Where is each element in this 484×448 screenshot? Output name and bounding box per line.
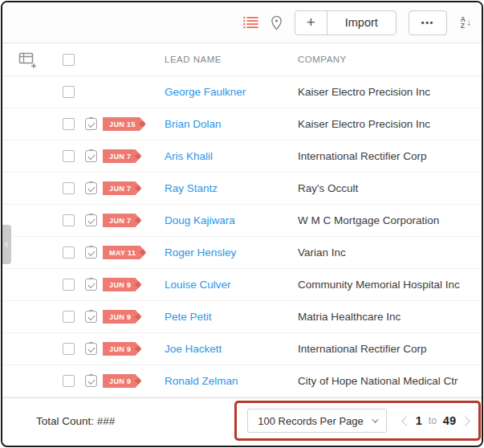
table-row: MAY 11 Roger Hensley Varian Inc	[2, 237, 482, 269]
create-import-button-group: + Import	[295, 10, 397, 35]
chevron-left-icon	[5, 242, 10, 247]
page-range-to-label: to	[429, 415, 437, 426]
lead-name-link[interactable]: Pete Petit	[165, 311, 298, 323]
previous-page-icon[interactable]	[401, 416, 412, 426]
lead-name-link[interactable]: Doug Kajiwara	[165, 214, 298, 226]
import-button[interactable]: Import	[327, 11, 396, 35]
due-date-badge[interactable]: JUN 9	[103, 342, 142, 356]
sidebar-collapse-handle[interactable]	[2, 225, 11, 264]
due-date-badge[interactable]: JUN 7	[103, 214, 142, 227]
pagination: 1 to 49	[403, 414, 469, 427]
due-date-badge[interactable]: JUN 9	[103, 278, 142, 291]
add-column-icon[interactable]	[18, 51, 63, 68]
list-view-icon[interactable]	[243, 16, 258, 29]
row-checkbox[interactable]	[63, 150, 75, 162]
task-check-icon[interactable]	[85, 214, 97, 226]
row-checkbox[interactable]	[63, 375, 75, 387]
task-check-icon[interactable]	[85, 182, 97, 194]
task-check-icon[interactable]	[85, 311, 97, 323]
task-check-icon[interactable]	[85, 118, 97, 130]
row-checkbox[interactable]	[63, 311, 75, 323]
company-cell: City of Hope National Medical Ctr	[298, 375, 482, 387]
due-date-badge[interactable]: MAY 11	[103, 246, 146, 259]
company-cell: Ray's Occult	[298, 182, 482, 194]
due-date-badge[interactable]: JUN 9	[103, 374, 142, 388]
table-row: JUN 9 Joe Hackett International Rectifie…	[2, 333, 482, 365]
table-row: George Faulkner Kaiser Electro Precision…	[2, 76, 482, 108]
records-per-page-dropdown[interactable]: 100 Records Per Page	[247, 409, 387, 433]
lead-list: George Faulkner Kaiser Electro Precision…	[2, 76, 482, 397]
lead-name-link[interactable]: Ronald Zelman	[165, 375, 298, 387]
row-checkbox[interactable]	[63, 343, 75, 355]
table-header: LEAD NAME COMPANY	[2, 43, 482, 76]
company-cell: Kaiser Electro Precision Inc	[298, 86, 482, 98]
add-record-button[interactable]: +	[295, 11, 327, 35]
lead-name-link[interactable]: Brian Dolan	[165, 118, 298, 130]
page-range-start: 1	[416, 414, 422, 427]
lead-name-link[interactable]: George Faulkner	[165, 86, 298, 98]
lead-name-link[interactable]: Aris Khalil	[165, 150, 298, 162]
records-per-page-value: 100 Records Per Page	[258, 415, 364, 427]
chevron-down-icon	[372, 416, 378, 422]
task-check-icon[interactable]	[85, 279, 97, 291]
lead-name-link[interactable]: Roger Hensley	[165, 246, 298, 259]
table-row: JUN 7 Aris Khalil International Rectifie…	[2, 141, 482, 173]
app-window: + Import ••• A Z ↓ LEAD NAME COMPANY	[1, 1, 483, 447]
total-count-label: Total Count: ###	[36, 415, 115, 427]
company-cell: Community Memorial Hospital Inc	[298, 279, 482, 291]
row-checkbox[interactable]	[63, 246, 75, 259]
toolbar: + Import ••• A Z ↓	[2, 2, 482, 43]
due-date-badge[interactable]: JUN 15	[103, 117, 146, 131]
footer-bar: Total Count: ### 100 Records Per Page 1 …	[2, 397, 482, 443]
task-check-icon[interactable]	[85, 150, 97, 162]
company-cell: International Rectifier Corp	[298, 343, 482, 355]
company-cell: Matria Healthcare Inc	[298, 311, 482, 323]
select-all-checkbox[interactable]	[63, 54, 75, 66]
map-pin-icon[interactable]	[270, 15, 283, 31]
table-row: JUN 9 Pete Petit Matria Healthcare Inc	[2, 301, 482, 333]
task-check-icon[interactable]	[85, 343, 97, 355]
table-row: JUN 7 Ray Stantz Ray's Occult	[2, 173, 482, 205]
table-row: JUN 9 Ronald Zelman City of Hope Nationa…	[2, 365, 482, 397]
row-checkbox[interactable]	[63, 279, 75, 291]
next-page-icon[interactable]	[460, 416, 470, 426]
sort-letter-z: Z	[461, 22, 466, 29]
company-cell: W M C Mortgage Corporation	[298, 214, 482, 226]
more-actions-button[interactable]: •••	[409, 10, 447, 35]
column-header-lead-name[interactable]: LEAD NAME	[165, 55, 298, 64]
table-row: JUN 7 Doug Kajiwara W M C Mortgage Corpo…	[2, 205, 482, 237]
lead-name-link[interactable]: Ray Stantz	[165, 182, 298, 194]
due-date-badge[interactable]: JUN 7	[103, 149, 142, 163]
table-row: JUN 9 Louise Culver Community Memorial H…	[2, 269, 482, 301]
due-date-badge[interactable]: JUN 9	[103, 310, 142, 324]
row-checkbox[interactable]	[63, 214, 75, 226]
task-check-icon[interactable]	[85, 375, 97, 387]
company-cell: International Rectifier Corp	[298, 150, 482, 162]
lead-name-link[interactable]: Joe Hackett	[165, 343, 298, 355]
lead-name-link[interactable]: Louise Culver	[165, 279, 298, 291]
column-header-company[interactable]: COMPANY	[298, 55, 482, 64]
page-range-end: 49	[443, 414, 456, 427]
task-check-icon[interactable]	[85, 246, 97, 259]
row-checkbox[interactable]	[63, 118, 75, 130]
company-cell: Kaiser Electro Precision Inc	[298, 118, 482, 130]
annotation-highlight-box: 100 Records Per Page 1 to 49	[234, 401, 481, 441]
table-row: JUN 15 Brian Dolan Kaiser Electro Precis…	[2, 108, 482, 141]
company-cell: Varian Inc	[298, 246, 482, 259]
row-checkbox[interactable]	[63, 86, 75, 98]
due-date-badge[interactable]: JUN 7	[103, 181, 142, 195]
row-checkbox[interactable]	[63, 182, 75, 194]
sort-az-icon[interactable]: A Z ↓	[461, 16, 471, 29]
sort-arrow-icon: ↓	[466, 17, 471, 28]
